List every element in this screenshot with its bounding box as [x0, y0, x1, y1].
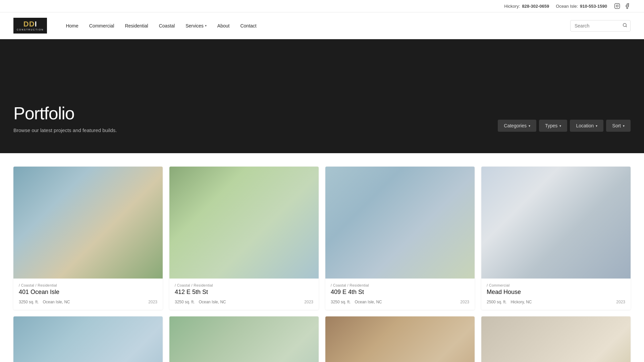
card-image — [13, 316, 163, 362]
navbar: DDI CONSTRUCTION Home Commercial Residen… — [0, 12, 644, 39]
portfolio-title: Portfolio — [13, 103, 498, 123]
nav-commercial[interactable]: Commercial — [84, 12, 120, 39]
logo-construction-text: CONSTRUCTION — [17, 28, 44, 31]
ocean-isle-contact: Ocean Isle: 910-553-1590 — [556, 4, 607, 9]
project-card[interactable]: / Commercial Mead House 2500 sq. ft. Hic… — [481, 167, 631, 310]
services-chevron: ▾ — [205, 24, 207, 27]
card-location: Ocean Isle, NC — [43, 300, 70, 304]
cards-section: / Coastal / Residential 401 Ocean Isle 3… — [0, 153, 644, 362]
portfolio-hero-content: Portfolio Browse our latest projects and… — [13, 103, 498, 133]
card-year: 2023 — [460, 300, 469, 304]
card-category: / Coastal / Residential — [19, 283, 157, 287]
card-location: Ocean Isle, NC — [355, 300, 382, 304]
card-body: / Coastal / Residential 401 Ocean Isle 3… — [13, 279, 163, 310]
social-links — [614, 3, 631, 9]
card-category: / Coastal / Residential — [331, 283, 469, 287]
card-body: / Coastal / Residential 412 E 5th St 325… — [169, 279, 319, 310]
card-meta: 2500 sq. ft. Hickory, NC 2023 — [487, 300, 625, 304]
logo-ddi-text: DDI — [23, 20, 37, 28]
card-title: Mead House — [487, 289, 625, 296]
search-input[interactable] — [570, 20, 631, 32]
card-image — [13, 167, 163, 279]
card-sqft: 3250 sq. ft. — [331, 300, 351, 304]
nav-about[interactable]: About — [212, 12, 235, 39]
card-body: / Coastal / Residential 409 E 4th St 325… — [325, 279, 475, 310]
categories-chevron: ▾ — [529, 124, 530, 128]
nav-contact[interactable]: Contact — [235, 12, 262, 39]
card-meta-left: 3250 sq. ft. Ocean Isle, NC — [175, 300, 226, 304]
card-category: / Coastal / Residential — [175, 283, 313, 287]
hickory-contact: Hickory: 828-302-0659 — [504, 4, 549, 9]
search-button[interactable] — [623, 23, 627, 28]
project-card[interactable]: / Coastal / Residential — [169, 316, 319, 362]
card-title: 412 E 5th St — [175, 289, 313, 296]
card-category: / Commercial — [487, 283, 625, 287]
logo[interactable]: DDI CONSTRUCTION — [13, 18, 47, 34]
project-card[interactable]: / Coastal / Residential 409 E 4th St 325… — [325, 167, 475, 310]
svg-rect-0 — [615, 4, 620, 9]
portfolio-hero: Portfolio Browse our latest projects and… — [0, 39, 644, 153]
card-title: 401 Ocean Isle — [19, 289, 157, 296]
nav-home[interactable]: Home — [60, 12, 84, 39]
ocean-isle-phone[interactable]: 910-553-1590 — [580, 4, 607, 9]
location-filter[interactable]: Location ▾ — [570, 120, 603, 132]
nav-links: Home Commercial Residential Coastal Serv… — [60, 12, 570, 39]
svg-line-3 — [626, 26, 627, 27]
nav-services[interactable]: Services ▾ — [180, 12, 212, 39]
card-body: / Commercial Mead House 2500 sq. ft. Hic… — [481, 279, 631, 310]
card-location: Hickory, NC — [511, 300, 532, 304]
card-image — [169, 316, 319, 362]
cards-grid: / Coastal / Residential 401 Ocean Isle 3… — [13, 167, 631, 362]
project-card[interactable]: / Coastal / Residential 401 Ocean Isle 3… — [13, 167, 163, 310]
card-meta: 3250 sq. ft. Ocean Isle, NC 2023 — [175, 300, 313, 304]
location-chevron: ▾ — [596, 124, 597, 128]
card-meta-left: 3250 sq. ft. Ocean Isle, NC — [19, 300, 70, 304]
portfolio-subtitle: Browse our latest projects and featured … — [13, 127, 498, 133]
card-year: 2023 — [304, 300, 313, 304]
instagram-icon[interactable] — [614, 3, 621, 9]
card-meta-left: 3250 sq. ft. Ocean Isle, NC — [331, 300, 382, 304]
nav-coastal[interactable]: Coastal — [154, 12, 180, 39]
card-image — [325, 167, 475, 279]
categories-filter[interactable]: Categories ▾ — [498, 120, 536, 132]
card-sqft: 2500 sq. ft. — [487, 300, 506, 304]
project-card[interactable]: / Coastal / Residential — [13, 316, 163, 362]
card-year: 2023 — [616, 300, 625, 304]
card-sqft: 3250 sq. ft. — [175, 300, 195, 304]
hickory-phone[interactable]: 828-302-0659 — [522, 4, 549, 9]
card-location: Ocean Isle, NC — [199, 300, 226, 304]
facebook-icon[interactable] — [624, 3, 631, 9]
card-image — [481, 316, 631, 362]
card-image — [481, 167, 631, 279]
ocean-isle-label: Ocean Isle: — [556, 4, 578, 9]
project-card[interactable] — [325, 316, 475, 362]
sort-chevron: ▾ — [623, 124, 625, 128]
hickory-label: Hickory: — [504, 4, 520, 9]
card-title: 409 E 4th St — [331, 289, 469, 296]
card-meta: 3250 sq. ft. Ocean Isle, NC 2023 — [19, 300, 157, 304]
card-sqft: 3250 sq. ft. — [19, 300, 39, 304]
card-meta: 3250 sq. ft. Ocean Isle, NC 2023 — [331, 300, 469, 304]
types-filter[interactable]: Types ▾ — [539, 120, 567, 132]
nav-residential[interactable]: Residential — [119, 12, 153, 39]
project-card[interactable]: / Coastal / Residential 412 E 5th St 325… — [169, 167, 319, 310]
topbar: Hickory: 828-302-0659 Ocean Isle: 910-55… — [0, 0, 644, 12]
types-chevron: ▾ — [559, 124, 561, 128]
project-card[interactable] — [481, 316, 631, 362]
card-image — [169, 167, 319, 279]
card-image — [325, 316, 475, 362]
search-box — [570, 20, 631, 32]
card-meta-left: 2500 sq. ft. Hickory, NC — [487, 300, 532, 304]
card-year: 2023 — [148, 300, 157, 304]
filter-buttons: Categories ▾ Types ▾ Location ▾ Sort ▾ — [498, 120, 631, 133]
sort-filter[interactable]: Sort ▾ — [606, 120, 631, 132]
